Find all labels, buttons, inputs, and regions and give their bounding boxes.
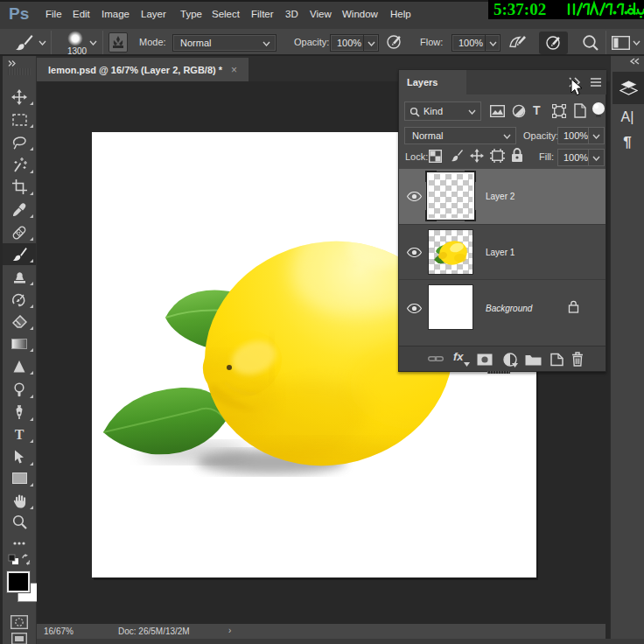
svg-text:5:37:02: 5:37:02 [494, 0, 546, 18]
